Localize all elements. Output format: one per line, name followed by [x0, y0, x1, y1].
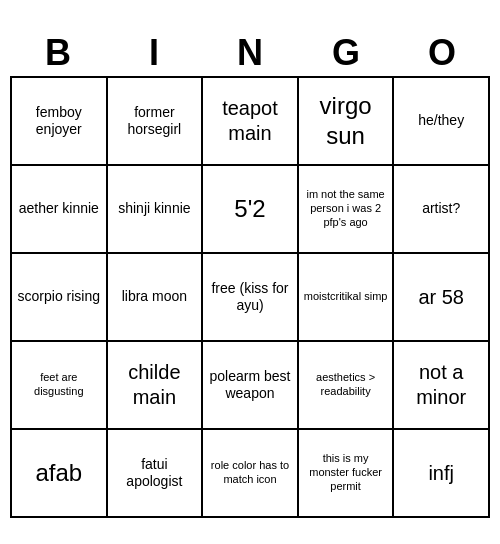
header-letter-g: G: [302, 32, 390, 74]
bingo-cell-15: feet are disgusting: [12, 342, 108, 430]
bingo-cell-17: polearm best weapon: [203, 342, 299, 430]
bingo-cell-23: this is my monster fucker permit: [299, 430, 395, 518]
bingo-header: BINGO: [10, 26, 490, 76]
bingo-cell-21: fatui apologist: [108, 430, 204, 518]
bingo-cell-4: he/they: [394, 78, 490, 166]
bingo-card: BINGO femboy enjoyerformer horsegirlteap…: [10, 26, 490, 518]
bingo-cell-16: childe main: [108, 342, 204, 430]
header-letter-i: I: [110, 32, 198, 74]
bingo-cell-22: role color has to match icon: [203, 430, 299, 518]
bingo-cell-12: free (kiss for ayu): [203, 254, 299, 342]
bingo-cell-18: aesthetics > readability: [299, 342, 395, 430]
bingo-cell-5: aether kinnie: [12, 166, 108, 254]
header-letter-n: N: [206, 32, 294, 74]
bingo-cell-3: virgo sun: [299, 78, 395, 166]
bingo-cell-6: shinji kinnie: [108, 166, 204, 254]
bingo-cell-7: 5'2: [203, 166, 299, 254]
bingo-cell-14: ar 58: [394, 254, 490, 342]
bingo-cell-13: moistcritikal simp: [299, 254, 395, 342]
bingo-cell-20: afab: [12, 430, 108, 518]
bingo-cell-9: artist?: [394, 166, 490, 254]
bingo-grid: femboy enjoyerformer horsegirlteapot mai…: [10, 76, 490, 518]
bingo-cell-8: im not the same person i was 2 pfp's ago: [299, 166, 395, 254]
bingo-cell-0: femboy enjoyer: [12, 78, 108, 166]
header-letter-o: O: [398, 32, 486, 74]
bingo-cell-19: not a minor: [394, 342, 490, 430]
bingo-cell-2: teapot main: [203, 78, 299, 166]
bingo-cell-10: scorpio rising: [12, 254, 108, 342]
header-letter-b: B: [14, 32, 102, 74]
bingo-cell-24: infj: [394, 430, 490, 518]
bingo-cell-1: former horsegirl: [108, 78, 204, 166]
bingo-cell-11: libra moon: [108, 254, 204, 342]
